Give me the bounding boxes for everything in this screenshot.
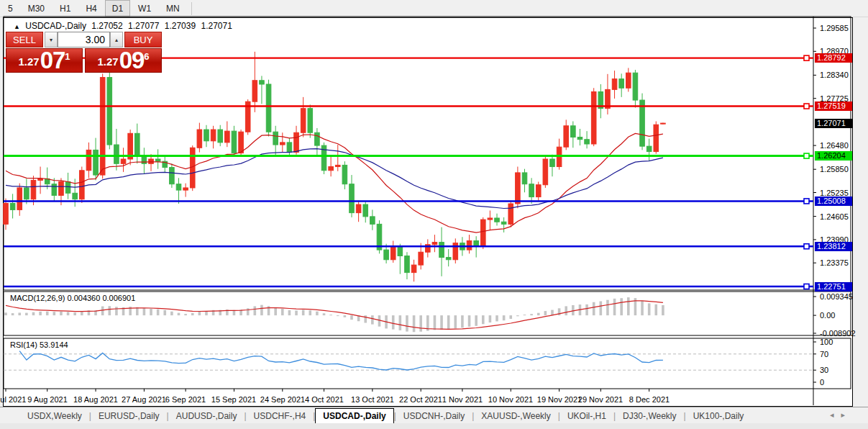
buy-button[interactable]: BUY bbox=[124, 32, 162, 48]
candle-body bbox=[315, 132, 320, 145]
line-handle[interactable] bbox=[804, 199, 809, 204]
candle-body bbox=[516, 173, 521, 204]
macd-histogram-bar bbox=[73, 312, 76, 315]
buy-price-display[interactable]: 1.27 09 6 bbox=[85, 48, 162, 73]
macd-histogram-bar bbox=[406, 315, 408, 331]
ohlc-low: 1.27039 bbox=[165, 21, 196, 31]
volume-increase-button[interactable]: ▴ bbox=[110, 32, 123, 48]
candle-body bbox=[170, 168, 175, 184]
macd-histogram-bar bbox=[274, 307, 277, 315]
macd-histogram-bar bbox=[482, 315, 485, 324]
candle-body bbox=[294, 132, 299, 152]
line-handle[interactable] bbox=[804, 244, 809, 249]
candle-body bbox=[197, 130, 202, 148]
macd-histogram-bar bbox=[60, 312, 63, 315]
candle-body bbox=[155, 159, 160, 161]
candle-body bbox=[80, 171, 85, 199]
macd-histogram-bar bbox=[447, 315, 450, 330]
line-handle[interactable] bbox=[804, 284, 809, 289]
macd-histogram-bar bbox=[662, 305, 664, 315]
macd-histogram-bar bbox=[150, 309, 152, 315]
candle-body bbox=[38, 179, 43, 180]
macd-histogram-bar bbox=[136, 307, 139, 315]
macd-histogram-bar bbox=[495, 315, 498, 321]
macd-histogram-bar bbox=[329, 315, 332, 315]
macd-histogram-bar bbox=[530, 314, 533, 315]
candle-body bbox=[190, 148, 195, 188]
macd-histogram-bar bbox=[600, 302, 603, 316]
sell-price-display[interactable]: 1.27 07 1 bbox=[6, 48, 83, 73]
macd-histogram-bar bbox=[18, 312, 21, 315]
macd-histogram-bar bbox=[641, 301, 644, 315]
macd-histogram-bar bbox=[613, 299, 616, 315]
macd-histogram-bar bbox=[143, 308, 146, 315]
candle-body bbox=[619, 79, 624, 89]
candle-body bbox=[419, 252, 424, 265]
macd-histogram-bar bbox=[585, 304, 588, 315]
candle-body bbox=[301, 109, 306, 133]
candle-body bbox=[647, 146, 652, 151]
candle-body bbox=[266, 84, 271, 132]
candle-body bbox=[585, 140, 590, 144]
sell-button[interactable]: SELL bbox=[6, 32, 43, 48]
candle-body bbox=[204, 130, 209, 141]
candle-body bbox=[522, 173, 527, 184]
candle-body bbox=[329, 167, 334, 171]
macd-histogram-bar bbox=[12, 313, 14, 315]
candle-body bbox=[149, 159, 154, 163]
candle-body bbox=[488, 218, 493, 220]
macd-histogram-bar bbox=[39, 312, 42, 315]
candle-body bbox=[550, 159, 555, 167]
macd-histogram-bar bbox=[620, 298, 623, 315]
macd-histogram-bar bbox=[537, 313, 540, 315]
line-handle[interactable] bbox=[804, 55, 809, 60]
macd-histogram-bar bbox=[46, 312, 49, 315]
candle-body bbox=[342, 165, 347, 184]
candle-body bbox=[260, 81, 265, 84]
macd-histogram-bar bbox=[419, 315, 422, 332]
macd-histogram-bar bbox=[399, 315, 402, 330]
candle-body bbox=[474, 240, 479, 245]
candle-body bbox=[398, 247, 403, 256]
line-handle[interactable] bbox=[804, 104, 809, 109]
candle-body bbox=[93, 150, 99, 175]
collapse-icon[interactable]: ▲ bbox=[14, 23, 20, 30]
candle-body bbox=[495, 218, 500, 222]
candle-body bbox=[577, 137, 583, 140]
macd-histogram-bar bbox=[544, 311, 547, 315]
candle-body bbox=[73, 193, 78, 199]
candle-body bbox=[405, 256, 410, 273]
candle-body bbox=[591, 92, 596, 144]
candle-body bbox=[446, 258, 451, 260]
macd-histogram-bar bbox=[413, 315, 416, 332]
candle-body bbox=[59, 182, 64, 196]
line-handle[interactable] bbox=[804, 153, 809, 158]
candle-body bbox=[86, 150, 91, 170]
volume-input[interactable]: 3.00 bbox=[58, 32, 110, 48]
candle-body bbox=[529, 184, 534, 197]
candle-body bbox=[52, 184, 57, 196]
macd-histogram-bar bbox=[309, 310, 311, 315]
candle-body bbox=[232, 131, 237, 153]
symbol-ohlc-header: ▲ USDCAD-,Daily 1.27052 1.27077 1.27039 … bbox=[14, 21, 235, 31]
sell-price-big: 07 bbox=[40, 50, 65, 71]
macd-histogram-bar bbox=[288, 310, 291, 315]
candle-body bbox=[24, 188, 29, 199]
macd-histogram-bar bbox=[337, 315, 339, 316]
candle-body bbox=[536, 185, 541, 197]
macd-signal-line bbox=[6, 301, 663, 329]
candle-body bbox=[65, 182, 70, 194]
one-click-trade-panel: SELL ▾ 3.00 ▴ BUY 1.27 07 1 1.27 09 6 bbox=[6, 32, 162, 73]
volume-decrease-button[interactable]: ▾ bbox=[45, 32, 58, 48]
candle-body bbox=[370, 217, 375, 225]
candle-body bbox=[239, 132, 244, 153]
macd-histogram-bar bbox=[295, 310, 298, 315]
macd-histogram-bar bbox=[392, 315, 395, 329]
macd-histogram-bar bbox=[565, 306, 567, 315]
macd-histogram-bar bbox=[109, 306, 111, 315]
macd-histogram-bar bbox=[654, 304, 657, 315]
macd-histogram-bar bbox=[67, 312, 70, 315]
macd-histogram-bar bbox=[364, 315, 367, 322]
buy-price-prefix: 1.27 bbox=[97, 53, 118, 71]
macd-histogram-bar bbox=[489, 315, 492, 322]
